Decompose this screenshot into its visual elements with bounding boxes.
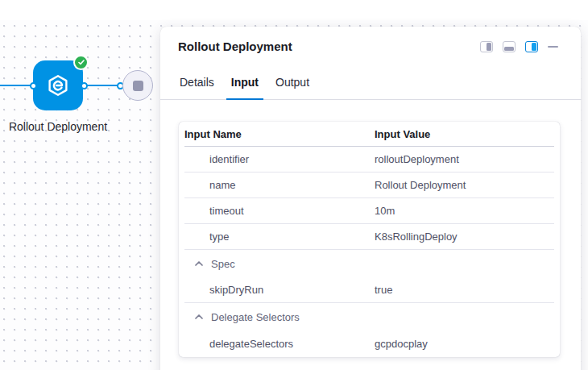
split-bottom-view-icon[interactable]: [503, 41, 516, 52]
node-port-right[interactable]: [81, 82, 88, 89]
input-value: Rollout Deployment: [375, 179, 554, 191]
panel-tabs: Details Input Output: [160, 71, 581, 100]
pipeline-end-node[interactable]: [122, 70, 153, 101]
success-check-icon: [73, 55, 89, 70]
input-name: type: [184, 231, 375, 243]
table-row: timeout 10m: [184, 198, 554, 224]
tab-output[interactable]: Output: [271, 71, 314, 100]
input-name: identifier: [184, 153, 375, 165]
split-right-view-icon[interactable]: [480, 41, 493, 52]
input-value: 10m: [375, 205, 554, 217]
node-port-left[interactable]: [30, 82, 37, 89]
edge-outgoing: [84, 85, 121, 87]
input-name: delegateSelectors: [184, 338, 375, 350]
input-value: K8sRollingDeploy: [375, 231, 554, 243]
table-row: identifier rolloutDeployment: [184, 147, 554, 173]
table-header-row: Input Name Input Value: [184, 122, 554, 147]
input-value: gcpdocplay: [375, 338, 554, 350]
input-value: rolloutDeployment: [375, 153, 554, 165]
minimize-icon[interactable]: [548, 46, 558, 48]
tab-input[interactable]: Input: [226, 71, 263, 100]
panel-window-controls: [480, 40, 558, 53]
split-right-view-active-icon[interactable]: [525, 41, 538, 52]
group-row-spec[interactable]: Spec: [184, 250, 554, 277]
table-row: name Rollout Deployment: [184, 173, 554, 198]
stop-square-icon: [133, 81, 143, 91]
table-row: skipDryRun true: [184, 277, 554, 303]
chevron-up-icon: [195, 314, 203, 319]
column-header-input-value: Input Value: [375, 128, 554, 140]
group-row-delegate-selectors[interactable]: Delegate Selectors: [184, 303, 554, 331]
input-name: skipDryRun: [184, 284, 375, 296]
edge-incoming: [0, 85, 31, 87]
group-label: Delegate Selectors: [211, 311, 300, 323]
step-details-panel: Rollout Deployment Details Input Output …: [160, 27, 581, 370]
tab-details[interactable]: Details: [175, 71, 219, 100]
column-header-input-name: Input Name: [184, 128, 375, 140]
group-label: Spec: [211, 258, 235, 270]
table-row: delegateSelectors gcpdocplay: [184, 331, 554, 357]
table-row: type K8sRollingDeploy: [184, 224, 554, 250]
step-node-rollout-deployment[interactable]: [33, 60, 83, 110]
input-table: Input Name Input Value identifier rollou…: [179, 122, 560, 357]
input-name: timeout: [184, 205, 375, 217]
chevron-up-icon: [195, 261, 203, 266]
input-name: name: [184, 179, 375, 191]
k8s-rollout-icon: [46, 73, 70, 98]
input-value: true: [375, 284, 554, 296]
canvas-toolbar-strip: [0, 0, 588, 21]
node-label: Rollout Deployment: [8, 118, 108, 136]
